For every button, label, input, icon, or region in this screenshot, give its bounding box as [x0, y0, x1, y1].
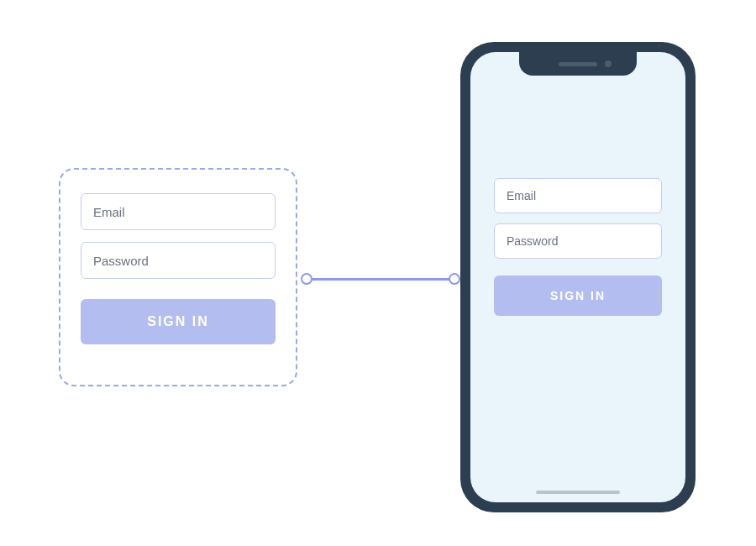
home-indicator: [536, 491, 620, 494]
camera-icon: [605, 60, 612, 67]
email-field[interactable]: [81, 193, 276, 230]
email-field[interactable]: [494, 178, 662, 213]
login-form: SIGN IN: [494, 178, 662, 316]
component-to-device-connector: [301, 273, 460, 285]
connector-endpoint-left: [301, 273, 312, 285]
password-field[interactable]: [81, 242, 276, 279]
phone-screen: SIGN IN: [470, 52, 685, 502]
connector-endpoint-right: [449, 273, 460, 285]
signin-button[interactable]: SIGN IN: [494, 276, 662, 316]
login-component-wireframe: SIGN IN: [59, 168, 297, 386]
phone-mockup: SIGN IN: [460, 42, 696, 512]
connector-line: [307, 278, 454, 281]
phone-notch: [519, 52, 637, 76]
password-field[interactable]: [494, 223, 662, 259]
speaker-icon: [559, 62, 597, 66]
signin-button[interactable]: SIGN IN: [81, 299, 276, 344]
